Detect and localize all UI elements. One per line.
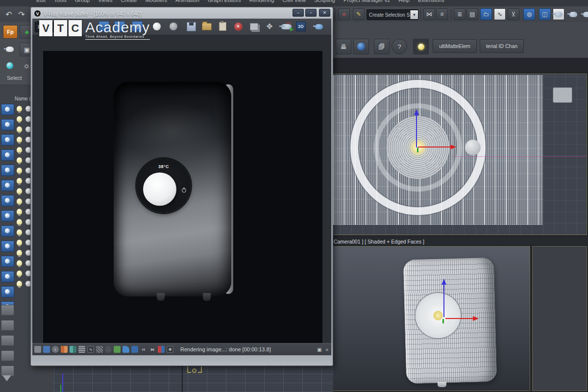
help-icon[interactable]: ? [392,39,407,54]
forestpack-icon[interactable]: Fp [3,25,18,39]
alpha-channel-icon[interactable] [151,21,162,32]
light-list-item[interactable] [17,106,31,112]
gizmo-y-axis[interactable] [442,319,444,323]
expand-statusbar-icon[interactable]: » [325,347,328,352]
light-list-item[interactable] [17,219,31,225]
curves-icon[interactable]: ∿ [87,346,94,353]
graphite-ribbon-icon[interactable]: ▤ [466,8,478,20]
light-list-item[interactable] [17,188,31,194]
save-image-icon[interactable] [186,21,196,32]
spinner-snap-icon[interactable]: ≑ [338,8,350,20]
gizmo-y-axis[interactable] [417,147,418,152]
pixel-info-icon[interactable]: i [52,346,59,353]
display-toggle-icon[interactable] [1,241,14,252]
load-image-icon[interactable] [201,21,212,32]
align-icon[interactable]: ≡ [436,8,448,20]
render-setup-icon[interactable]: ◍ [523,8,535,20]
render-production-icon[interactable] [553,8,564,20]
viewport-camera-view[interactable] [328,246,530,391]
mirror-icon[interactable]: ⋈ [423,8,435,20]
gizmo-z-axis[interactable] [416,115,417,147]
menu-item[interactable]: Graph Editors [208,0,241,3]
display-toggle-icon[interactable] [1,256,14,267]
light-list-item[interactable] [17,126,31,132]
force-clamp-icon[interactable] [34,346,41,353]
display-toggle-icon[interactable] [1,286,14,297]
light-list-item[interactable] [17,281,31,287]
render-icon[interactable] [314,21,324,32]
display-toggle-icon[interactable] [1,271,14,282]
levels-icon[interactable] [78,346,85,353]
rendered-frame-window-icon[interactable]: ◫ [539,8,551,20]
menu-item[interactable]: Scripting [314,0,335,3]
light-list-item[interactable] [17,260,31,266]
compare-horizontal-icon[interactable]: H [140,346,147,353]
white-balance-icon[interactable] [70,346,76,353]
dropdown-arrow-icon[interactable]: ▾ [410,10,418,19]
light-list-item[interactable] [17,270,31,276]
camera-viewport-label[interactable]: ] [ Camera001 ] [ Shaded + Edged Faces ] [321,239,424,245]
shelf-button-material-id[interactable]: terial ID Chan [480,39,524,53]
list-tool-icon[interactable] [1,320,14,331]
scene-explorer-icon[interactable]: 🗀 [480,8,492,20]
shelf-button-multimatte[interactable]: ultiMatteElem [433,39,477,53]
duplicate-buffer-icon[interactable] [248,21,259,32]
render-canvas[interactable]: 38°C [43,51,322,351]
maximize-button[interactable]: ▫ [305,9,317,17]
render-last-icon[interactable] [282,21,293,32]
list-tool-icon[interactable] [1,305,14,316]
display-toggle-icon[interactable] [1,119,14,130]
viewport-front-grid[interactable] [54,365,333,392]
stop-render-icon[interactable] [298,21,309,32]
track-mouse-icon[interactable]: ✥ [264,21,275,32]
list-tool-icon[interactable] [1,335,14,346]
render-last-icon[interactable] [581,8,588,20]
viewport-top-view[interactable] [328,74,587,235]
display-toggle-icon[interactable] [1,149,14,161]
light-list-item[interactable] [17,209,31,215]
close-button[interactable]: ✕ [319,9,330,17]
menu-item[interactable]: Help [398,0,410,3]
light-lister-icon[interactable] [413,39,429,54]
minimize-button[interactable]: – [293,9,304,17]
ribbon-toggle-icon[interactable]: ⊻ [508,8,519,20]
batch-render-icon[interactable]: 🗐 [374,39,390,54]
material-override-icon[interactable] [353,39,369,54]
color-correction-icon[interactable] [61,346,68,353]
light-list-item[interactable] [17,147,31,153]
separate-window-icon[interactable]: ▣ [317,347,321,352]
menu-item[interactable]: Animation [175,0,199,3]
render-iterative-icon[interactable] [567,8,579,20]
gizmo-z-axis[interactable] [443,285,444,317]
light-list-item[interactable] [17,240,31,245]
gizmo-x-axis[interactable] [445,318,473,319]
light-list-item[interactable] [17,250,31,256]
vfb-title-bar[interactable]: V V-Ray frame buffer - [100% of 640 x 64… [32,8,331,19]
gizmo-x-axis[interactable] [418,147,450,147]
light-list-item[interactable] [17,178,31,184]
display-toggle-icon[interactable] [1,225,14,237]
monochrome-icon[interactable] [168,21,179,32]
display-toggle-icon[interactable] [1,134,14,146]
display-toggle-icon[interactable] [1,104,14,115]
menu-item[interactable]: Extensions [418,0,444,3]
lut-icon[interactable] [114,346,121,353]
light-list-item[interactable] [17,198,31,204]
edit-selection-set-icon[interactable]: ✎ [353,8,365,20]
menu-item[interactable]: Modifiers [145,0,167,3]
redo-icon[interactable]: ↷ [16,8,27,20]
display-toggle-icon[interactable] [1,210,14,221]
compare-vertical-icon[interactable]: ⋈ [149,346,156,353]
copy-to-clipboard-icon[interactable] [217,21,228,32]
display-toggle-icon[interactable] [1,195,14,206]
ocio-icon[interactable] [122,346,129,353]
render-lock-icon[interactable]: 🖶 [336,39,351,54]
filter-funnel-icon[interactable] [1,374,13,384]
menu-item[interactable]: Edit [36,0,46,3]
stamp-icon[interactable]: ✻ [167,346,173,353]
list-tool-icon[interactable] [1,350,14,361]
display-toggle-icon[interactable] [1,180,14,191]
menu-item[interactable]: Group [75,0,90,3]
teapot-tool-icon[interactable] [3,43,17,55]
light-list-item[interactable] [17,229,31,235]
